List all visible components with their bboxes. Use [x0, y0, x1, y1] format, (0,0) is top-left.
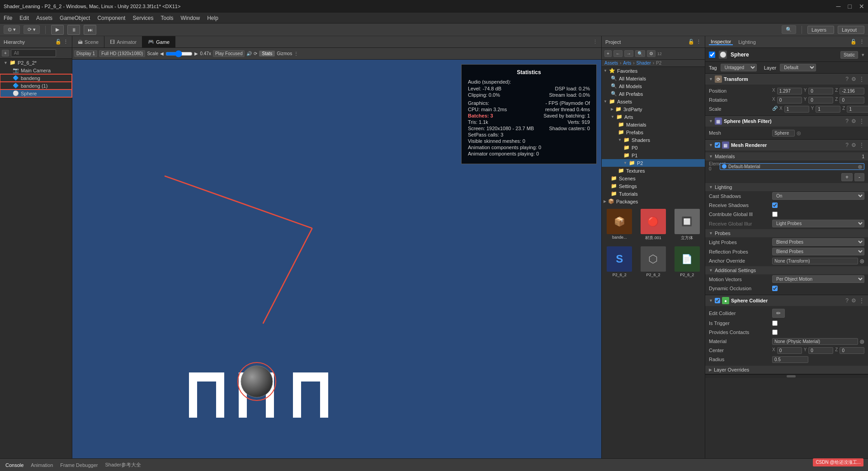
- pause-button[interactable]: ⏸: [67, 25, 80, 35]
- meshfilter-menu-icon[interactable]: ⋮: [859, 118, 864, 124]
- menu-gameobject[interactable]: GameObject: [60, 15, 90, 21]
- meshrenderer-help-icon[interactable]: ?: [845, 142, 849, 148]
- meshrenderer-settings-icon[interactable]: ⚙: [851, 142, 856, 148]
- mute-icon[interactable]: 🔊: [246, 51, 252, 56]
- motion-vectors-dropdown[interactable]: Per Object Motion: [772, 275, 864, 283]
- tree-p2[interactable]: ▼ 📁 P2: [602, 159, 705, 167]
- tree-arts[interactable]: ▼ 📁 Arts: [602, 113, 705, 121]
- stats-btn[interactable]: Stats: [259, 51, 275, 57]
- project-lock-icon[interactable]: 🔓: [688, 39, 694, 45]
- center-y-field[interactable]: [808, 347, 833, 354]
- rot-z-field[interactable]: [840, 97, 864, 104]
- pos-y-field[interactable]: [808, 88, 833, 94]
- project-settings-icon[interactable]: ⚙: [647, 50, 656, 57]
- maximize-btn[interactable]: □: [848, 3, 852, 10]
- material-remove-btn[interactable]: -: [854, 173, 864, 181]
- project-add-btn[interactable]: +: [604, 50, 612, 57]
- asset-item-p262b[interactable]: ⬡ P2_6_2: [637, 245, 670, 279]
- material-field-0[interactable]: Default-Material ◎: [720, 163, 864, 170]
- scale-z-field[interactable]: [847, 106, 868, 113]
- step-button[interactable]: ⏭: [84, 25, 96, 35]
- tree-scenes[interactable]: 📁 Scenes: [602, 174, 705, 182]
- minimize-btn[interactable]: ─: [836, 3, 841, 10]
- additional-settings-header[interactable]: ▼ Additional Settings: [705, 266, 868, 274]
- edit-collider-btn[interactable]: ✏: [772, 309, 785, 318]
- scale-x-field[interactable]: [784, 106, 809, 113]
- rot-y-field[interactable]: [808, 97, 833, 104]
- layer-overrides-header[interactable]: ▶ Layer Overrides: [705, 366, 868, 374]
- project-menu-icon[interactable]: ⋮: [696, 39, 701, 45]
- tab-options-btn[interactable]: ⋮: [589, 39, 601, 45]
- project-search-icon[interactable]: 🔍: [635, 50, 645, 57]
- inspector-lock-icon[interactable]: 🔓: [850, 39, 857, 45]
- display-dropdown[interactable]: Display 1: [74, 50, 97, 57]
- layer-dropdown[interactable]: Default: [780, 64, 816, 71]
- game-toolbar-options[interactable]: ⋮: [294, 51, 298, 56]
- asset-item-p262c[interactable]: 📄 P2_6_2: [671, 245, 703, 279]
- rot-x-field[interactable]: [777, 97, 802, 104]
- probes-section-header[interactable]: ▼ Probes: [705, 229, 868, 237]
- meshrenderer-enable-toggle[interactable]: [715, 142, 720, 148]
- mesh-select-icon[interactable]: ◎: [797, 130, 801, 136]
- inspector-scrollbar-thumb[interactable]: [787, 375, 796, 377]
- hierarchy-item-bandeng[interactable]: 🔷 bandeng: [0, 74, 72, 82]
- collider-material-select-icon[interactable]: ◎: [860, 339, 864, 344]
- project-back-btn[interactable]: ←: [613, 50, 623, 57]
- tree-textures[interactable]: 📁 Textures: [602, 167, 705, 174]
- asset-item-p262a[interactable]: S P2_6_2: [604, 245, 636, 279]
- tag-dropdown[interactable]: Untagged: [721, 64, 757, 71]
- menu-edit[interactable]: Edit: [19, 15, 29, 21]
- console-tab-shader[interactable]: Shader参考大全: [103, 462, 142, 468]
- search-button[interactable]: 🔍: [782, 25, 796, 34]
- cast-shadows-dropdown[interactable]: On: [772, 192, 864, 200]
- transform-menu-icon[interactable]: ⋮: [859, 76, 864, 82]
- menu-window[interactable]: Window: [180, 15, 200, 21]
- menu-assets[interactable]: Assets: [36, 15, 52, 21]
- scale-y-field[interactable]: [816, 106, 840, 113]
- meshfilter-help-icon[interactable]: ?: [845, 118, 849, 124]
- static-dropdown-icon[interactable]: ▾: [862, 52, 864, 58]
- inspector-scrollbar[interactable]: [705, 374, 868, 378]
- inspector-tab-lighting[interactable]: Lighting: [736, 39, 758, 45]
- meshfilter-settings-icon[interactable]: ⚙: [851, 118, 856, 124]
- tree-assets[interactable]: ▼ 📁 Assets: [602, 98, 705, 105]
- hierarchy-lock-icon[interactable]: 🔓: [55, 39, 61, 45]
- anchor-select-icon[interactable]: ◎: [860, 258, 864, 264]
- spherecollider-help-icon[interactable]: ?: [845, 297, 849, 304]
- scale-slider[interactable]: [165, 50, 193, 57]
- meshfilter-header[interactable]: ▼ ▦ Sphere (Mesh Filter) ? ⚙ ⋮: [705, 116, 868, 127]
- tree-all-materials[interactable]: 🔍 All Materials: [602, 75, 705, 82]
- radius-field[interactable]: [772, 356, 808, 363]
- spherecollider-header[interactable]: ▼ ● Sphere Collider ? ⚙ ⋮: [705, 295, 868, 306]
- layers-dropdown[interactable]: Layers: [807, 26, 834, 34]
- pos-x-field[interactable]: [777, 88, 802, 94]
- hierarchy-add-btn[interactable]: +: [2, 50, 9, 57]
- tree-all-prefabs[interactable]: 🔍 All Prefabs: [602, 90, 705, 98]
- hierarchy-item-bandeng1[interactable]: 🔷 bandeng (1): [0, 82, 72, 89]
- is-trigger-toggle[interactable]: [772, 320, 778, 326]
- hierarchy-menu-icon[interactable]: ⋮: [63, 39, 68, 45]
- tree-packages[interactable]: ▶ 📦 Packages: [602, 198, 705, 205]
- global-toggle[interactable]: ⟳ ▾: [24, 25, 40, 34]
- material-add-btn[interactable]: +: [841, 173, 853, 181]
- tree-all-models[interactable]: 🔍 All Models: [602, 82, 705, 90]
- breadcrumb-shader[interactable]: Shader: [636, 61, 651, 66]
- window-controls[interactable]: ─ □ ✕: [836, 3, 864, 10]
- transform-settings-icon[interactable]: ⚙: [851, 76, 856, 82]
- dynamic-occlusion-toggle[interactable]: [772, 286, 778, 291]
- scale-link-icon[interactable]: 🔗: [772, 106, 778, 113]
- receive-shadows-toggle[interactable]: [772, 203, 778, 208]
- center-x-field[interactable]: [777, 347, 802, 354]
- tree-settings[interactable]: 📁 Settings: [602, 182, 705, 190]
- layout-dropdown[interactable]: Layout: [838, 26, 864, 34]
- vsync-icon[interactable]: ⟳: [254, 51, 257, 56]
- tree-favorites[interactable]: ▼ ⭐ Favorites: [602, 67, 705, 75]
- play-focused-btn[interactable]: Play Focused: [213, 50, 245, 57]
- tree-tutorials[interactable]: 📁 Tutorials: [602, 190, 705, 198]
- tree-materials[interactable]: 📁 Materials: [602, 121, 705, 128]
- object-active-toggle[interactable]: [709, 52, 715, 58]
- light-probes-dropdown[interactable]: Blend Probes: [772, 238, 864, 246]
- tab-game[interactable]: 🎮 Game: [142, 36, 175, 48]
- pos-z-field[interactable]: [840, 88, 864, 94]
- center-z-field[interactable]: [840, 347, 864, 354]
